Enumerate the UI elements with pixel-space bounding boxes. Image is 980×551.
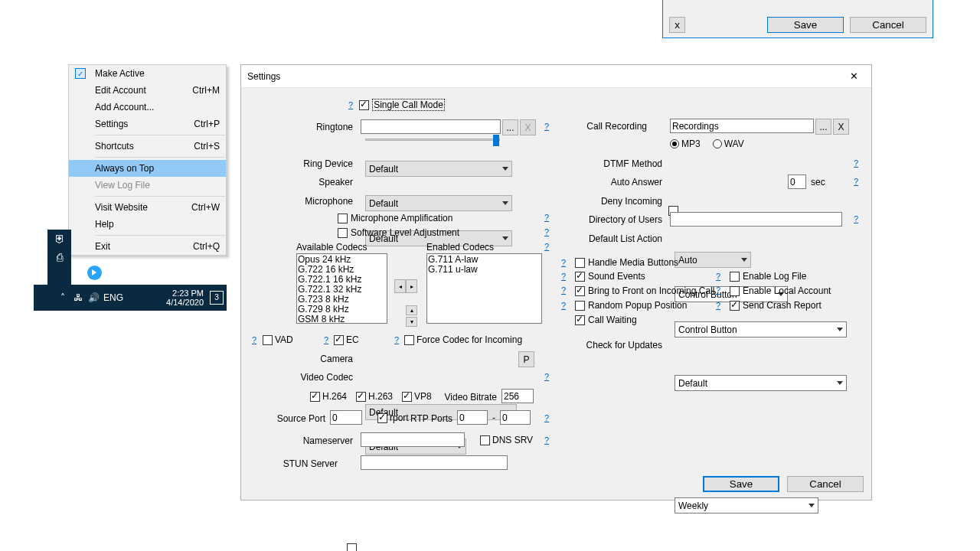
- help-link[interactable]: ?: [561, 285, 566, 295]
- source-port-input[interactable]: [330, 410, 362, 425]
- menu-view-log-file[interactable]: View Log File: [69, 177, 226, 194]
- help-link[interactable]: ?: [716, 285, 720, 295]
- mini-cancel-button[interactable]: Cancel: [850, 17, 926, 33]
- enabled-codecs-list[interactable]: G.711 A-lawG.711 u-law: [426, 253, 542, 324]
- dtmf-select[interactable]: Auto: [675, 252, 751, 268]
- menu-exit[interactable]: Exit Ctrl+Q: [69, 238, 226, 255]
- app-tray-icon[interactable]: [81, 261, 107, 285]
- h263-checkbox[interactable]: [356, 392, 366, 402]
- ringtone-input[interactable]: [361, 119, 501, 134]
- video-bitrate-input[interactable]: [501, 389, 534, 403]
- tray-chevron-icon[interactable]: ˄: [55, 292, 70, 303]
- handle-media-checkbox[interactable]: [575, 258, 585, 268]
- rtp-port-to-input[interactable]: [500, 410, 531, 425]
- stun-checkbox[interactable]: [347, 543, 357, 551]
- nameserver-input[interactable]: [361, 432, 465, 447]
- move-up-button[interactable]: ▴: [406, 305, 417, 315]
- stun-input[interactable]: [361, 455, 508, 470]
- vp8-checkbox[interactable]: [402, 392, 412, 402]
- bring-to-front-checkbox[interactable]: [575, 286, 585, 296]
- help-link[interactable]: ?: [854, 158, 858, 168]
- send-crash-checkbox[interactable]: [730, 301, 740, 311]
- cancel-button[interactable]: Cancel: [787, 476, 864, 492]
- call-recording-path-input[interactable]: [670, 119, 814, 133]
- help-link[interactable]: ?: [348, 100, 353, 109]
- menu-visit-website[interactable]: Visit Website Ctrl+W: [69, 199, 226, 216]
- help-link[interactable]: ?: [324, 335, 328, 344]
- sw-level-checkbox[interactable]: [338, 228, 348, 238]
- dns-srv-checkbox[interactable]: [480, 435, 490, 445]
- ring-device-select[interactable]: Default: [365, 161, 512, 177]
- usb-icon[interactable]: ⎙: [47, 248, 71, 266]
- codec-item[interactable]: GSM 8 kHz: [298, 315, 386, 324]
- settings-titlebar[interactable]: Settings ✕: [241, 65, 871, 88]
- vad-checkbox[interactable]: [263, 335, 273, 345]
- menu-shortcuts[interactable]: Shortcuts Ctrl+S: [69, 138, 226, 155]
- ringtone-browse-button[interactable]: ...: [502, 119, 518, 135]
- default-list-action-select[interactable]: Default: [675, 375, 847, 391]
- move-down-button[interactable]: ▾: [406, 317, 417, 327]
- h264-checkbox[interactable]: [310, 392, 320, 402]
- move-left-button[interactable]: ◂: [394, 279, 406, 293]
- help-link[interactable]: ?: [716, 301, 720, 310]
- speaker-icon[interactable]: 🔊: [86, 292, 101, 303]
- help-link[interactable]: ?: [544, 122, 549, 131]
- random-popup-checkbox[interactable]: [575, 301, 585, 311]
- rtp-port-from-input[interactable]: [457, 410, 488, 425]
- help-link[interactable]: ?: [544, 413, 549, 422]
- help-link[interactable]: ?: [854, 177, 858, 186]
- close-icon[interactable]: ✕: [837, 65, 871, 88]
- call-recording-clear-button[interactable]: X: [833, 119, 849, 135]
- check-updates-select[interactable]: Weekly: [675, 497, 818, 514]
- help-link[interactable]: ?: [544, 372, 549, 381]
- help-link[interactable]: ?: [561, 301, 566, 310]
- defender-shield-icon[interactable]: ⛨: [47, 230, 71, 248]
- save-button[interactable]: Save: [703, 476, 779, 492]
- mic-amplification-checkbox[interactable]: [338, 214, 348, 223]
- help-link[interactable]: ?: [544, 435, 549, 445]
- help-link[interactable]: ?: [716, 272, 720, 281]
- camera-preview-button[interactable]: P: [518, 351, 534, 367]
- enable-local-account-checkbox[interactable]: [730, 286, 740, 296]
- help-link[interactable]: ?: [252, 335, 256, 344]
- help-link[interactable]: ?: [544, 227, 549, 236]
- mp3-radio[interactable]: [670, 139, 679, 148]
- ringtone-volume-slider[interactable]: [365, 139, 500, 141]
- enable-log-checkbox[interactable]: [730, 272, 740, 282]
- mini-dialog-fragment: x Save Cancel: [662, 0, 933, 38]
- directory-of-users-input[interactable]: [670, 212, 842, 227]
- menu-help[interactable]: Help: [69, 216, 226, 233]
- ec-checkbox[interactable]: [334, 335, 344, 345]
- sound-events-checkbox[interactable]: [575, 272, 585, 282]
- single-call-mode-checkbox[interactable]: [359, 100, 369, 110]
- mini-x-button[interactable]: x: [669, 17, 685, 33]
- network-icon[interactable]: 🖧: [70, 292, 86, 303]
- menu-settings[interactable]: Settings Ctrl+P: [69, 116, 226, 132]
- auto-answer-seconds-input[interactable]: [788, 174, 806, 189]
- help-link[interactable]: ?: [394, 335, 399, 344]
- help-link[interactable]: ?: [854, 214, 858, 223]
- help-link[interactable]: ?: [561, 272, 566, 281]
- rport-checkbox[interactable]: [377, 413, 387, 423]
- move-right-button[interactable]: ▸: [406, 279, 417, 293]
- ringtone-clear-button[interactable]: X: [520, 119, 536, 135]
- deny-incoming-select[interactable]: Control Button: [675, 321, 847, 337]
- codec-item[interactable]: G.711 u-law: [428, 265, 541, 275]
- call-waiting-checkbox[interactable]: [575, 315, 585, 325]
- call-recording-browse-button[interactable]: ...: [815, 119, 831, 135]
- help-link[interactable]: ?: [544, 213, 549, 222]
- menu-edit-account[interactable]: Edit Account Ctrl+M: [69, 82, 226, 99]
- force-codec-checkbox[interactable]: [404, 335, 414, 345]
- menu-make-active[interactable]: ✓ Make Active: [69, 65, 226, 82]
- mini-save-button[interactable]: Save: [767, 17, 844, 33]
- clock[interactable]: 2:23 PM 4/14/2020: [166, 289, 207, 307]
- wav-radio[interactable]: [713, 139, 722, 148]
- menu-always-on-top[interactable]: Always on Top: [69, 160, 226, 177]
- language-indicator[interactable]: ENG: [101, 292, 126, 303]
- speaker-select[interactable]: Default: [365, 195, 512, 211]
- available-codecs-list[interactable]: Opus 24 kHzG.722 16 kHzG.722.1 16 kHzG.7…: [296, 253, 387, 324]
- menu-add-account[interactable]: Add Account...: [69, 99, 226, 116]
- action-center-icon[interactable]: 3: [210, 291, 224, 305]
- help-link[interactable]: ?: [561, 258, 566, 267]
- help-link[interactable]: ?: [544, 242, 549, 251]
